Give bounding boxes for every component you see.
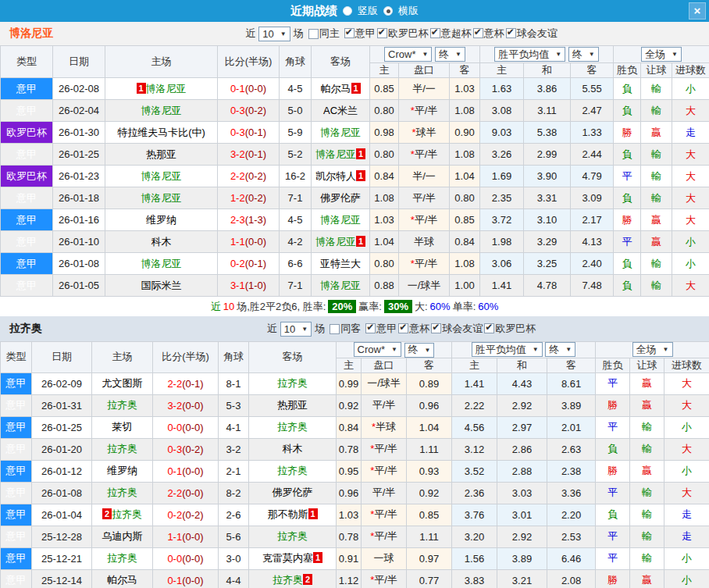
avg-select[interactable]: 胜平负均值▼	[494, 47, 565, 62]
team-link[interactable]: 博洛尼亚	[141, 170, 182, 182]
checkbox-icon[interactable]	[473, 28, 483, 38]
odds-company-select[interactable]: Crow*▼	[354, 342, 401, 357]
odds-final-select[interactable]: 终▼	[435, 47, 465, 62]
league-type-cell[interactable]: 意甲	[1, 504, 32, 526]
team-link[interactable]: 科木	[151, 236, 172, 248]
team-link[interactable]: 拉齐奥	[107, 552, 137, 564]
checkbox-icon[interactable]	[430, 28, 440, 38]
team-link[interactable]: 尤文图斯	[102, 377, 143, 389]
vertical-layout-label[interactable]: 竖版	[358, 4, 378, 18]
checkbox-icon[interactable]	[398, 323, 408, 333]
team-link[interactable]: 博洛尼亚	[320, 127, 361, 138]
league-type-cell[interactable]: 意甲	[1, 78, 53, 100]
avg-select[interactable]: 胜平负均值▼	[472, 342, 543, 357]
league-type-cell[interactable]: 意甲	[1, 144, 53, 166]
team-link[interactable]: 拉齐奥	[107, 486, 137, 498]
team-link[interactable]: 拉齐奥	[273, 574, 303, 586]
league-type-cell[interactable]: 意甲	[1, 372, 32, 394]
league-filter-意甲[interactable]: 意甲	[365, 322, 397, 336]
checkbox-icon[interactable]	[344, 28, 354, 38]
team-link[interactable]: 乌迪内斯	[102, 530, 143, 542]
team-link[interactable]: 帕尔马	[107, 574, 137, 586]
league-type-cell[interactable]: 意甲	[1, 438, 32, 460]
avg-home-cell: 3.52	[452, 460, 497, 482]
team-link[interactable]: 拉齐奥	[107, 399, 137, 411]
horizontal-layout-label[interactable]: 横版	[398, 4, 419, 18]
team-link[interactable]: 博洛尼亚	[315, 148, 356, 160]
league-type-cell[interactable]: 意甲	[1, 460, 32, 482]
team-link[interactable]: 帕尔马	[321, 83, 351, 94]
league-filter-意超杯[interactable]: 意超杯	[430, 27, 472, 41]
league-type-cell[interactable]: 欧罗巴杯	[1, 122, 53, 144]
team-link[interactable]: 博洛尼亚	[146, 83, 187, 94]
scope-select[interactable]: 全场▼	[641, 47, 682, 62]
checkbox-icon[interactable]	[506, 28, 516, 38]
league-type-cell[interactable]: 意甲	[1, 187, 53, 209]
checkbox-icon[interactable]	[365, 323, 376, 333]
league-type-cell[interactable]: 欧罗巴杯	[1, 166, 53, 187]
league-filter-球会友谊[interactable]: 球会友谊	[506, 27, 558, 41]
team-link[interactable]: 博洛尼亚	[141, 192, 182, 204]
team-link[interactable]: 博洛尼亚	[320, 280, 361, 291]
team-link[interactable]: 莱切	[112, 421, 133, 433]
team-link[interactable]: 克雷莫内塞	[262, 552, 313, 564]
checkbox-icon[interactable]	[330, 324, 340, 334]
same-home-filter[interactable]: 同主	[308, 27, 340, 41]
odds-final-select[interactable]: 终▼	[404, 343, 435, 358]
vertical-layout-radio[interactable]	[343, 6, 352, 16]
team-link[interactable]: 拉齐奥	[277, 465, 308, 476]
scope-select[interactable]: 全场▼	[632, 342, 673, 357]
avg-final-select[interactable]: 终▼	[568, 47, 599, 62]
league-filter-意杯[interactable]: 意杯	[473, 27, 504, 41]
lazio-count-select[interactable]: 10▼	[280, 322, 312, 337]
team-link[interactable]: 凯尔特人	[315, 170, 356, 182]
team-link[interactable]: 热那亚	[146, 148, 176, 160]
league-filter-球会友谊[interactable]: 球会友谊	[431, 322, 483, 336]
league-type-cell[interactable]: 意甲	[1, 416, 32, 438]
league-filter-意甲[interactable]: 意甲	[344, 27, 376, 41]
team-link[interactable]: 亚特兰大	[320, 258, 361, 269]
team-link[interactable]: 博洛尼亚	[315, 236, 356, 248]
league-type-cell[interactable]: 意甲	[1, 231, 53, 253]
team-link[interactable]: 拉齐奥	[107, 443, 137, 454]
league-type-cell[interactable]: 意甲	[1, 253, 53, 275]
league-type-cell[interactable]: 意甲	[1, 394, 32, 416]
league-type-cell[interactable]: 意甲	[1, 482, 32, 504]
league-type-cell[interactable]: 意甲	[1, 526, 32, 547]
team-link[interactable]: 国际米兰	[141, 280, 182, 291]
checkbox-icon[interactable]	[484, 323, 494, 333]
checkbox-icon[interactable]	[377, 28, 387, 38]
league-type-cell[interactable]: 意甲	[1, 275, 53, 297]
league-type-cell[interactable]: 意甲	[1, 209, 53, 231]
checkbox-icon[interactable]	[431, 323, 441, 333]
odds-company-select[interactable]: Crow*▼	[384, 47, 432, 62]
team-link[interactable]: 维罗纳	[146, 214, 176, 226]
team-link[interactable]: 热那亚	[277, 399, 308, 411]
team-link[interactable]: 博洛尼亚	[320, 214, 361, 226]
team-link[interactable]: 维罗纳	[107, 465, 137, 476]
team-link[interactable]: 佛罗伦萨	[320, 192, 361, 204]
team-link[interactable]: 佛罗伦萨	[273, 486, 313, 498]
team-link[interactable]: 拉齐奥	[277, 421, 308, 433]
bologna-count-select[interactable]: 10▼	[258, 27, 290, 41]
team-link[interactable]: 那不勒斯	[268, 508, 308, 520]
league-type-cell[interactable]: 意甲	[1, 100, 53, 122]
checkbox-icon[interactable]	[308, 29, 319, 39]
team-link[interactable]: 拉齐奥	[277, 377, 308, 389]
team-link[interactable]: 科木	[283, 443, 303, 454]
avg-final-select[interactable]: 终▼	[545, 342, 575, 357]
league-filter-欧罗巴杯[interactable]: 欧罗巴杯	[484, 322, 536, 336]
team-link[interactable]: 拉齐奥	[277, 530, 308, 542]
team-link[interactable]: AC米兰	[323, 105, 358, 116]
close-icon[interactable]: ×	[689, 2, 706, 20]
league-filter-欧罗巴杯[interactable]: 欧罗巴杯	[377, 27, 429, 41]
league-type-cell[interactable]: 意甲	[1, 547, 32, 569]
horizontal-layout-radio[interactable]	[383, 6, 393, 16]
same-away-filter[interactable]: 同客	[330, 322, 361, 336]
league-filter-意杯[interactable]: 意杯	[398, 322, 429, 336]
league-type-cell[interactable]: 意甲	[1, 569, 32, 588]
team-link[interactable]: 博洛尼亚	[141, 105, 182, 116]
team-link[interactable]: 特拉维夫马卡比(中)	[117, 127, 205, 138]
team-link[interactable]: 拉齐奥	[112, 508, 142, 520]
team-link[interactable]: 博洛尼亚	[141, 258, 182, 269]
